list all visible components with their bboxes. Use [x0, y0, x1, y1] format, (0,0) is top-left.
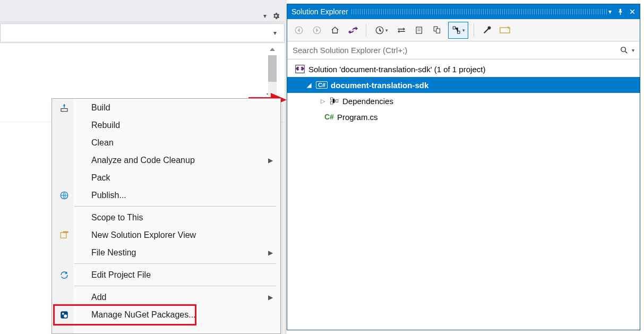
context-menu-item-label: Clean [71, 138, 114, 148]
breadcrumb-bar[interactable]: ▾ [0, 23, 285, 42]
pin-icon[interactable] [617, 8, 624, 15]
tree-solution-label: Solution 'document-translation-sdk' (1 o… [308, 65, 485, 74]
scroll-up-icon[interactable] [268, 46, 277, 53]
svg-rect-18 [61, 311, 68, 319]
context-menu-item-label: Manage NuGet Packages... [71, 310, 196, 320]
sync-button[interactable] [394, 23, 409, 38]
solution-explorer-header[interactable]: Solution Explorer ▾ [287, 4, 640, 19]
tree-dependencies-node[interactable]: ▷ Dependencies [287, 93, 640, 109]
context-menu-item[interactable]: Add▶ [52, 288, 280, 306]
dependencies-icon [330, 97, 339, 105]
expand-icon[interactable]: ▷ [319, 98, 327, 105]
tree-solution-node[interactable]: Solution 'document-translation-sdk' (1 o… [287, 61, 640, 77]
context-menu-item[interactable]: Clean [52, 134, 280, 151]
svg-rect-13 [336, 100, 338, 102]
submenu-arrow-icon: ▶ [268, 294, 273, 301]
svg-point-19 [62, 312, 64, 314]
dropdown-chevron-icon[interactable]: ▾ [263, 12, 267, 20]
search-icon[interactable] [620, 46, 629, 55]
csharp-project-icon: C# [316, 81, 328, 89]
context-menu-item-label: Analyze and Code Cleanup [71, 156, 195, 165]
properties-button[interactable] [479, 23, 494, 38]
context-menu-item[interactable]: File Nesting▶ [52, 244, 280, 261]
context-menu: BuildRebuildCleanAnalyze and Code Cleanu… [51, 98, 281, 334]
context-menu-separator [74, 206, 276, 207]
scope-button[interactable]: ▾ [449, 23, 467, 38]
toolbar-separator [474, 24, 474, 37]
forward-button[interactable] [310, 23, 324, 38]
svg-rect-6 [453, 27, 456, 29]
tree-file-node[interactable]: C# Program.cs [287, 109, 640, 125]
solution-explorer-panel: Solution Explorer ▾ ▾ ▾ Search Solution [287, 4, 640, 330]
tree-file-label: Program.cs [337, 113, 378, 122]
context-menu-item-label: Scope to This [71, 213, 143, 222]
switch-view-button[interactable] [346, 23, 360, 38]
search-dropdown-icon[interactable]: ▾ [632, 47, 634, 53]
panel-drag-handle[interactable] [351, 9, 608, 14]
refresh-icon [57, 268, 71, 282]
solution-icon [295, 64, 305, 74]
editor-top-bar: ▾ [0, 0, 285, 22]
home-button[interactable] [328, 23, 342, 38]
svg-rect-3 [416, 27, 422, 33]
tree-project-node[interactable]: ◢ C# document-translation-sdk [287, 77, 640, 93]
context-menu-item[interactable]: Manage NuGet Packages... [52, 306, 280, 323]
svg-point-20 [64, 314, 67, 318]
new-window-icon [57, 228, 71, 242]
context-menu-item-label: Add [71, 293, 106, 302]
context-menu-item-label: Pack [71, 173, 110, 183]
show-all-files-button[interactable] [412, 23, 427, 38]
svg-rect-12 [331, 102, 333, 105]
svg-rect-14 [61, 108, 67, 111]
context-menu-item-label: File Nesting [71, 248, 136, 258]
context-menu-item-label: New Solution Explorer View [71, 230, 196, 240]
scrollbar-thumb[interactable] [268, 55, 277, 82]
search-placeholder: Search Solution Explorer (Ctrl+;) [293, 46, 407, 55]
submenu-arrow-icon: ▶ [268, 157, 273, 164]
collapse-all-button[interactable] [430, 23, 445, 38]
context-menu-item[interactable]: Pack [52, 169, 280, 186]
expand-icon[interactable]: ◢ [305, 82, 313, 89]
solution-tree: Solution 'document-translation-sdk' (1 o… [287, 59, 640, 126]
solution-explorer-toolbar: ▾ ▾ [287, 19, 640, 41]
context-menu-item[interactable]: Build [52, 99, 280, 116]
globe-icon [57, 189, 71, 202]
close-icon[interactable] [629, 8, 636, 15]
context-menu-item[interactable]: Analyze and Code Cleanup▶ [52, 151, 280, 169]
toolbar-separator [366, 24, 366, 37]
tree-project-label: document-translation-sdk [331, 81, 428, 90]
svg-rect-5 [436, 29, 440, 33]
tree-dependencies-label: Dependencies [342, 97, 393, 106]
back-button[interactable] [291, 23, 306, 38]
context-menu-separator [74, 263, 276, 264]
csharp-file-icon: C# [324, 113, 334, 121]
context-menu-item[interactable]: Rebuild [52, 116, 280, 134]
context-menu-item-label: Rebuild [71, 121, 120, 130]
preview-button[interactable] [497, 23, 512, 38]
context-menu-item[interactable]: Publish... [52, 186, 280, 204]
svg-rect-17 [63, 231, 68, 233]
build-icon [57, 101, 71, 115]
context-menu-separator [74, 286, 276, 286]
gear-icon[interactable] [272, 12, 280, 20]
context-menu-item-label: Edit Project File [71, 270, 151, 280]
solution-explorer-search[interactable]: Search Solution Explorer (Ctrl+;) ▾ [287, 41, 640, 59]
dropdown-chevron-icon[interactable]: ▾ [273, 29, 277, 37]
submenu-arrow-icon: ▶ [268, 249, 273, 256]
svg-rect-16 [61, 232, 66, 238]
context-menu-item-label: Build [71, 103, 110, 113]
context-menu-item[interactable]: Scope to This [52, 209, 280, 226]
pending-changes-button[interactable]: ▾ [372, 23, 391, 38]
context-menu-item-label: Publish... [71, 191, 126, 200]
window-dropdown-icon[interactable]: ▾ [608, 8, 612, 15]
nuget-icon [57, 308, 71, 322]
svg-point-9 [621, 47, 626, 52]
panel-title: Solution Explorer [291, 7, 348, 16]
context-menu-item[interactable]: New Solution Explorer View [52, 226, 280, 244]
context-menu-item[interactable]: Edit Project File [52, 266, 280, 284]
svg-rect-11 [331, 98, 333, 100]
